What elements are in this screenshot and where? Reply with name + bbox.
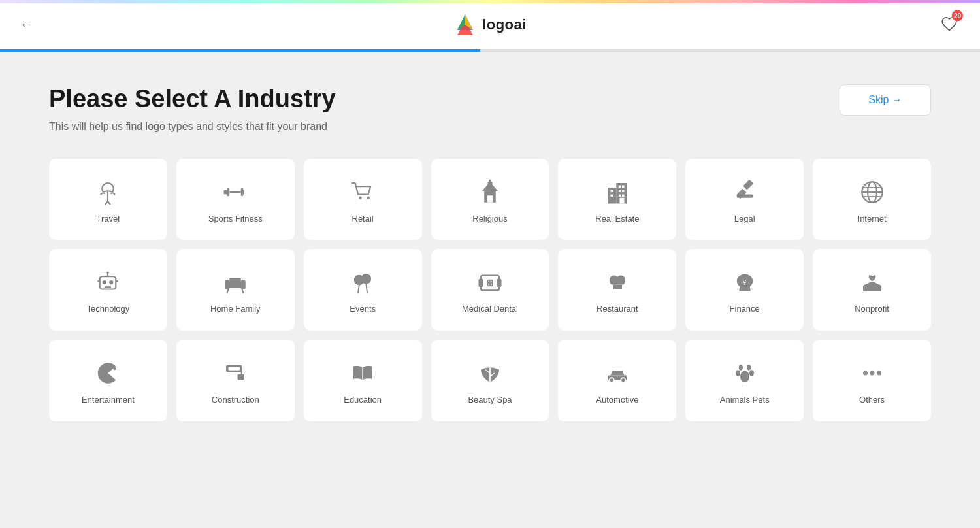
industry-grid: TravelSports FitnessRetailReligiousReal … [49,159,931,422]
page-header: Please Select A Industry This will help … [49,84,931,133]
religious-icon [476,178,504,206]
main-content: Please Select A Industry This will help … [0,52,980,448]
industry-label-education: Education [344,395,382,406]
animals-pets-icon [731,359,759,387]
industry-label-home-family: Home Family [210,304,261,315]
industry-label-animals-pets: Animals Pets [720,395,770,406]
industry-label-religious: Religious [472,214,507,225]
technology-icon [94,269,122,296]
industry-label-retail: Retail [352,214,374,225]
restaurant-icon [604,269,631,296]
industry-card-real-estate[interactable]: Real Estate [558,159,676,240]
rainbow-bar [0,0,980,3]
industry-label-technology: Technology [87,304,130,315]
industry-card-religious[interactable]: Religious [431,159,549,240]
industry-label-internet: Internet [858,214,887,225]
industry-label-nonprofit: Nonprofit [855,304,889,315]
industry-card-animals-pets[interactable]: Animals Pets [685,340,804,421]
page-title: Please Select A Industry [49,84,336,114]
industry-label-events: Events [350,304,376,315]
finance-icon [731,269,759,296]
industry-card-construction[interactable]: Construction [176,340,295,421]
travel-icon [94,178,122,206]
home-family-icon [221,269,249,296]
industry-card-retail[interactable]: Retail [304,159,422,240]
construction-icon [221,359,249,387]
industry-label-restaurant: Restaurant [596,304,638,315]
education-icon [349,359,376,387]
industry-label-others: Others [859,395,885,406]
internet-icon [858,178,886,206]
events-icon [349,269,376,296]
industry-card-beauty-spa[interactable]: Beauty Spa [431,340,549,421]
industry-label-automotive: Automotive [596,395,638,406]
industry-card-home-family[interactable]: Home Family [176,249,295,331]
industry-label-finance: Finance [730,304,760,315]
medical-dental-icon [476,269,504,296]
industry-label-sports-fitness: Sports Fitness [208,214,263,225]
industry-card-sports-fitness[interactable]: Sports Fitness [176,159,295,240]
entertainment-icon [94,359,122,387]
industry-label-medical-dental: Medical Dental [462,304,518,315]
automotive-icon [604,359,631,387]
industry-card-automotive[interactable]: Automotive [558,340,676,421]
industry-card-events[interactable]: Events [304,249,422,331]
industry-label-entertainment: Entertainment [82,395,135,406]
industry-card-entertainment[interactable]: Entertainment [49,340,167,421]
favorites-wrapper: 20 [938,12,960,37]
others-icon [858,359,886,387]
industry-card-others[interactable]: Others [813,340,931,421]
industry-label-beauty-spa: Beauty Spa [468,395,512,406]
industry-card-travel[interactable]: Travel [49,159,167,240]
logo-icon [453,13,477,37]
real-estate-icon [604,178,631,206]
app-wrapper: ← logoai 20 Please Se [0,0,980,448]
industry-card-technology[interactable]: Technology [49,249,167,331]
header: ← logoai 20 [0,0,980,49]
beauty-spa-icon [476,359,504,387]
industry-label-real-estate: Real Estate [595,214,639,225]
industry-label-construction: Construction [212,395,259,406]
industry-label-legal: Legal [734,214,755,225]
industry-card-education[interactable]: Education [304,340,422,421]
industry-card-restaurant[interactable]: Restaurant [558,249,676,331]
favorites-badge: 20 [952,10,963,21]
legal-icon [731,178,759,206]
logo-text: logoai [482,16,527,33]
page-subtitle: This will help us find logo types and st… [49,121,336,133]
page-header-text: Please Select A Industry This will help … [49,84,336,133]
industry-card-finance[interactable]: Finance [685,249,804,331]
back-button[interactable]: ← [20,16,34,33]
industry-card-legal[interactable]: Legal [685,159,804,240]
logo: logoai [453,13,527,37]
industry-card-nonprofit[interactable]: Nonprofit [813,249,931,331]
favorites-button[interactable]: 20 [938,12,960,37]
industry-card-medical-dental[interactable]: Medical Dental [431,249,549,331]
industry-label-travel: Travel [97,214,120,225]
nonprofit-icon [858,269,886,296]
industry-card-internet[interactable]: Internet [813,159,931,240]
skip-button[interactable]: Skip → [840,84,931,116]
retail-icon [349,178,376,206]
sports-fitness-icon [221,178,249,206]
